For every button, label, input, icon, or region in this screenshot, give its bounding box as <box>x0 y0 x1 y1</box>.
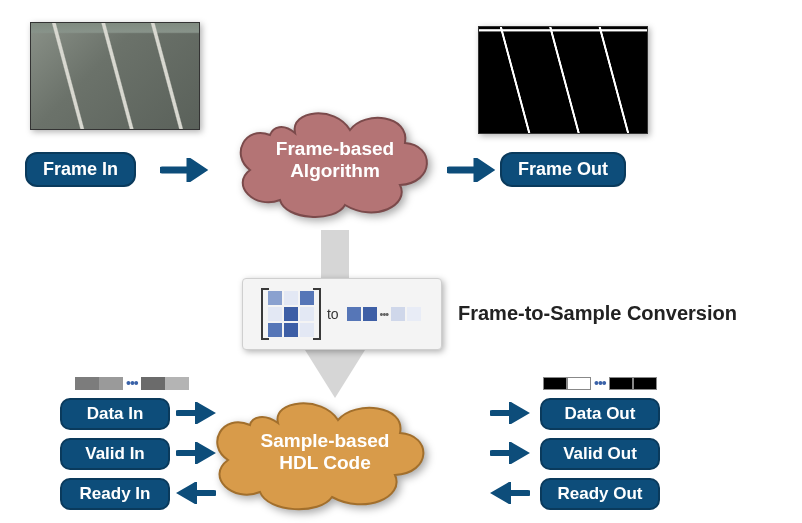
dots-icon: ••• <box>123 375 141 391</box>
dots-icon: ••• <box>379 308 390 320</box>
output-frame-image <box>478 26 648 134</box>
input-frame-image <box>30 22 200 130</box>
arrow-frame-in <box>160 158 210 182</box>
arrow-ready-in <box>176 482 216 508</box>
frame-out-badge: Frame Out <box>500 152 626 187</box>
frame-algorithm-cloud <box>225 105 445 225</box>
frame-to-sample-box: to ••• <box>242 278 442 350</box>
ready-out-badge: Ready Out <box>540 478 660 510</box>
data-out-badge: Data Out <box>540 398 660 430</box>
arrow-data-in <box>176 402 216 428</box>
frame-in-badge: Frame In <box>25 152 136 187</box>
bw-sample-stream: ••• <box>543 375 657 391</box>
arrow-ready-out <box>490 482 530 508</box>
data-in-badge: Data In <box>60 398 170 430</box>
valid-in-badge: Valid In <box>60 438 170 470</box>
hdl-code-cloud <box>200 395 445 515</box>
arrow-data-out <box>490 402 530 428</box>
ready-in-badge: Ready In <box>60 478 170 510</box>
arrow-frame-out <box>447 158 497 182</box>
valid-out-badge: Valid Out <box>540 438 660 470</box>
arrow-valid-out <box>490 442 530 468</box>
dots-icon: ••• <box>591 375 609 391</box>
matrix-bracket-icon <box>263 288 319 340</box>
to-text: to <box>327 306 339 322</box>
gray-sample-stream: ••• <box>75 375 189 391</box>
arrow-valid-in <box>176 442 216 468</box>
sample-stream-icon: ••• <box>347 307 422 321</box>
frame-to-sample-label: Frame-to-Sample Conversion <box>458 302 737 325</box>
